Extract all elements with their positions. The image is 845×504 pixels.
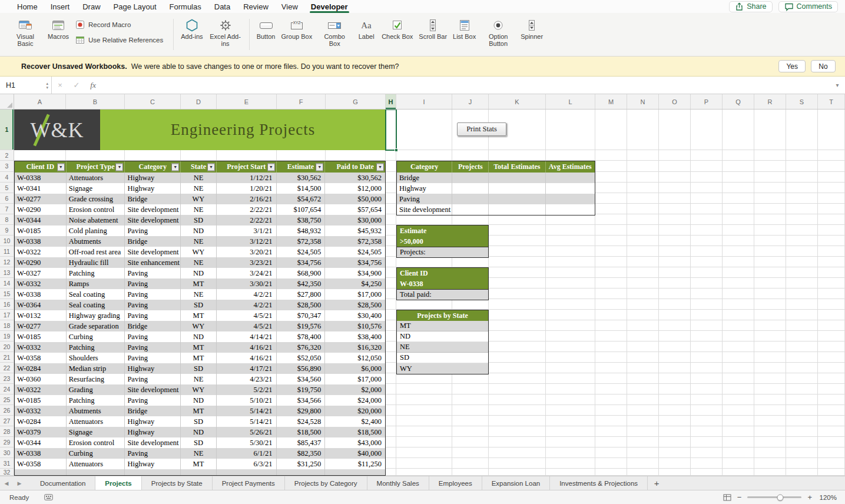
cell[interactable]: $24,000 [325, 395, 385, 406]
cell[interactable]: Noise abatement [67, 215, 125, 226]
column-header-client-id[interactable]: Client ID▼ [15, 161, 67, 173]
row-header-21[interactable]: 21 [0, 352, 14, 363]
cell[interactable]: NE [181, 173, 217, 183]
enter-icon[interactable]: ✓ [68, 81, 85, 89]
ribbon-spinner-button[interactable]: Spinner [518, 14, 546, 42]
cell[interactable]: Signage [67, 427, 125, 437]
estimate-box-title[interactable]: Estimate [397, 226, 488, 236]
cell[interactable]: Bridge [397, 173, 452, 183]
cell[interactable]: 3/24/21 [217, 268, 277, 278]
cell[interactable]: W-0290 [15, 257, 67, 268]
cell[interactable]: W-0344 [15, 437, 67, 448]
column-header-project-start[interactable]: Project Start▼ [217, 161, 277, 173]
row-header-23[interactable]: 23 [0, 373, 14, 384]
cell[interactable]: 5/14/21 [217, 406, 277, 416]
cell[interactable] [489, 173, 545, 183]
cell[interactable]: Paving [125, 310, 181, 321]
cell[interactable]: 5/14/21 [217, 416, 277, 427]
column-header-T[interactable]: T [818, 94, 845, 109]
cell[interactable]: $24,505 [277, 247, 326, 257]
row-header-28[interactable]: 28 [0, 426, 14, 437]
ribbon-button-button[interactable]: Button [254, 14, 279, 42]
cell[interactable]: Paving [125, 226, 181, 236]
cell[interactable]: $28,500 [325, 300, 385, 310]
row-header-3[interactable]: 3 [0, 161, 14, 172]
column-header-B[interactable]: B [66, 94, 125, 109]
column-header-M[interactable]: M [595, 94, 627, 109]
menu-insert[interactable]: Insert [44, 0, 77, 13]
cell[interactable]: Paving [125, 374, 181, 384]
sheet-tab-expansion-loan[interactable]: Expansion Loan [482, 476, 550, 490]
cell[interactable]: 3/23/21 [217, 257, 277, 268]
zoom-slider-thumb[interactable] [777, 494, 784, 500]
cell[interactable]: W-0338 [15, 448, 67, 459]
row-header-11[interactable]: 11 [0, 246, 14, 257]
cell[interactable]: 4/5/21 [217, 310, 277, 321]
cell[interactable]: W-0185 [15, 331, 67, 342]
sheet-canvas[interactable]: W&KEngineering ProjectsPrint StatsClient… [14, 110, 845, 476]
cell[interactable]: W-0277 [15, 321, 67, 331]
cell[interactable]: Off-road rest area [67, 247, 125, 257]
column-header-L[interactable]: L [546, 94, 595, 109]
cell[interactable]: Abutments [67, 236, 125, 247]
cell[interactable]: W-0341 [15, 183, 67, 194]
column-header-F[interactable]: F [277, 94, 326, 109]
cell[interactable]: 1/12/21 [217, 173, 277, 183]
cell[interactable] [217, 469, 277, 476]
cell[interactable] [452, 173, 489, 183]
cell[interactable]: ND [181, 268, 217, 278]
row-header-18[interactable]: 18 [0, 320, 14, 331]
cell[interactable]: Paving [397, 194, 452, 204]
menu-developer[interactable]: Developer [304, 0, 354, 13]
column-header-J[interactable]: J [452, 94, 489, 109]
menu-formulas[interactable]: Formulas [163, 0, 208, 13]
cell[interactable]: SD [181, 300, 217, 310]
estimate-box-label[interactable]: Projects: [397, 247, 488, 257]
cell[interactable] [15, 469, 67, 476]
cell[interactable]: 3/30/21 [217, 278, 277, 289]
cell[interactable]: W-0332 [15, 342, 67, 353]
cell[interactable]: $28,500 [277, 300, 326, 310]
column-header-O[interactable]: O [659, 94, 691, 109]
comments-button[interactable]: Comments [778, 1, 838, 12]
cell[interactable]: ND [181, 331, 217, 342]
row-header-22[interactable]: 22 [0, 363, 14, 373]
cell[interactable]: Bridge [125, 406, 181, 416]
cell[interactable]: Site development [125, 247, 181, 257]
cell[interactable]: Erosion control [67, 437, 125, 448]
cell[interactable]: 4/2/21 [217, 300, 277, 310]
cell[interactable]: SD [181, 215, 217, 226]
cell[interactable]: MT [181, 278, 217, 289]
cell[interactable]: $68,900 [277, 268, 326, 278]
cell[interactable]: Paving [125, 448, 181, 459]
select-all-corner[interactable] [0, 94, 14, 109]
menu-home[interactable]: Home [11, 0, 44, 13]
cell[interactable]: NE [181, 183, 217, 194]
cell[interactable]: $12,050 [325, 353, 385, 363]
cell[interactable]: Attenuators [67, 416, 125, 427]
cell[interactable]: 2/22/21 [217, 215, 277, 226]
cell[interactable]: 4/14/21 [217, 331, 277, 342]
filter-dropdown-project-start[interactable]: ▼ [267, 163, 275, 171]
column-header-G[interactable]: G [326, 94, 386, 109]
cell[interactable]: Highway [125, 416, 181, 427]
cell[interactable]: ND [181, 395, 217, 406]
cell[interactable]: NE [181, 236, 217, 247]
cell[interactable]: W-0290 [15, 204, 67, 215]
cell[interactable]: W-0338 [15, 173, 67, 183]
cell[interactable]: $20,000 [325, 406, 385, 416]
cell[interactable]: $45,932 [325, 226, 385, 236]
cell[interactable]: MT [181, 310, 217, 321]
tab-scroll-right-icon[interactable]: ▶ [13, 476, 26, 490]
cell[interactable]: W-0322 [15, 384, 67, 395]
cell[interactable]: $4,250 [325, 278, 385, 289]
cell[interactable]: $30,562 [325, 173, 385, 183]
row-header-14[interactable]: 14 [0, 278, 14, 289]
column-header-paid-to-date[interactable]: Paid to Date▼ [325, 161, 385, 173]
cell[interactable]: MT [181, 342, 217, 353]
column-header-H[interactable]: H [386, 94, 396, 109]
sheet-tab-projects-by-state[interactable]: Projects by State [142, 476, 213, 490]
cell[interactable]: $30,562 [277, 173, 326, 183]
cell[interactable]: $72,358 [277, 236, 326, 247]
cell[interactable]: 4/5/21 [217, 321, 277, 331]
